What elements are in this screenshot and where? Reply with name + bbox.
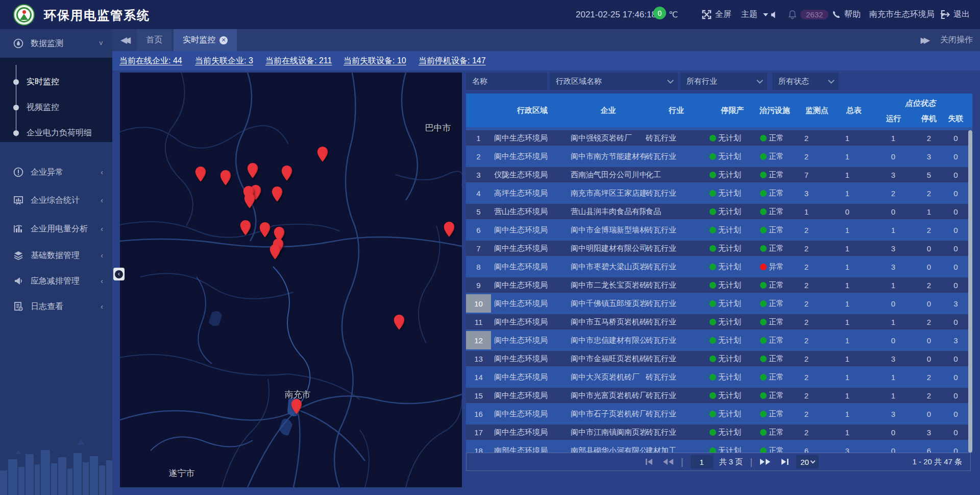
- cell-monitor: 2: [789, 222, 824, 238]
- bullet-icon: [13, 79, 19, 85]
- table-row[interactable]: 8阆中生态环境局阆中市枣碧大梁山页岩砖瓦行业无计划异常21300: [466, 259, 972, 274]
- map-pin-icon[interactable]: [259, 222, 271, 238]
- app-header: 环保用电监管系统 2021-02-25 17:46:18 0 ℃ 全屏 主题 2…: [0, 0, 980, 29]
- map-pin-icon[interactable]: [269, 244, 281, 260]
- col-lost: 失联: [942, 112, 970, 125]
- table-row[interactable]: 12阆中生态环境局阆中市忠信建材有限公砖瓦行业无计划正常21003: [466, 333, 972, 348]
- map-pin-icon[interactable]: [239, 220, 252, 236]
- close-operations-button[interactable]: 关闭操作: [940, 35, 973, 45]
- table-row[interactable]: 7阆中生态环境局阆中明阳建材有限公司砖瓦行业无计划正常21300: [466, 241, 972, 256]
- table-row[interactable]: 17阆中生态环境局阆中市江南镇阆南页岩砖瓦行业无计划正常21030: [466, 425, 972, 440]
- cell-total-meter: 1: [824, 425, 870, 440]
- cell-stop-production: 无计划: [709, 443, 758, 453]
- cell-run: 0: [870, 204, 916, 219]
- page-number-input[interactable]: 1: [691, 455, 713, 468]
- sidebar-item-6[interactable]: 应急减排管理‹: [0, 271, 112, 291]
- table-row[interactable]: 13阆中生态环境局阆中市金福旺页岩机砖砖瓦行业无计划正常21300: [466, 351, 972, 366]
- next-page-button[interactable]: [760, 458, 771, 465]
- table-row[interactable]: 18南部生态环境局南部县砌华小河有限公建材加工无计划正常63060: [466, 443, 972, 453]
- row-number: 2: [466, 149, 491, 164]
- sidebar-item-4[interactable]: 企业用电量分析‹: [0, 219, 112, 239]
- theme-dropdown[interactable]: 主题: [741, 0, 768, 29]
- table-row[interactable]: 10阆中生态环境局阆中千佛镇五郎垭页岩砖瓦行业无计划正常21003: [466, 296, 972, 311]
- table-row[interactable]: 11阆中生态环境局阆中市五马桥页岩机砖砖瓦行业无计划正常21120: [466, 314, 972, 329]
- sidebar-item-5[interactable]: 基础数据管理‹: [0, 245, 112, 266]
- map-pin-icon[interactable]: [243, 193, 256, 209]
- map-pin-icon[interactable]: [281, 165, 293, 181]
- table-row[interactable]: 15阆中生态环境局阆中市光富页岩机砖厂砖瓦行业无计划正常21120: [466, 388, 972, 403]
- cell-region: 阆中生态环境局: [494, 406, 571, 421]
- map-pin-icon[interactable]: [194, 166, 207, 182]
- tab-1[interactable]: 首页: [137, 29, 172, 51]
- tab-close-icon[interactable]: ✕: [219, 36, 228, 44]
- name-filter-input[interactable]: 名称: [466, 73, 547, 90]
- row-number: 8: [466, 259, 491, 274]
- status-dot-icon: [760, 374, 767, 381]
- table-row[interactable]: 5营山生态环境局营山县润丰肉食品有限食品无计划正常10010: [466, 204, 972, 219]
- logout-button[interactable]: 退出: [941, 0, 970, 29]
- map-panel[interactable]: 巴中市南充市遂宁市: [120, 73, 462, 487]
- sidebar-item-7[interactable]: 日志查看‹: [0, 296, 112, 317]
- table-row[interactable]: 1阆中生态环境局阆中强锐页岩砖厂砖瓦行业无计划正常21120: [466, 130, 972, 146]
- map-pin-icon[interactable]: [316, 146, 329, 162]
- table-row[interactable]: 4高坪生态环境局南充市高坪区王家店建砖瓦行业无计划正常31220: [466, 185, 972, 201]
- cell-company: 阆中市金博瑞新型墙材: [571, 222, 646, 238]
- region-filter-select[interactable]: 行政区域名称: [550, 73, 678, 90]
- sidebar-collapse-button[interactable]: ‹: [113, 268, 125, 280]
- cell-monitor: 2: [789, 149, 824, 164]
- cell-total-meter: 1: [824, 149, 870, 164]
- notifications[interactable]: 2632: [788, 0, 828, 29]
- sidebar-subitem-1[interactable]: 实时监控: [0, 74, 112, 89]
- status-dot-icon: [760, 227, 767, 233]
- map-pin-icon[interactable]: [219, 170, 232, 186]
- logout-icon: [941, 10, 950, 19]
- cell-company: 阆中强锐页岩砖厂: [571, 130, 646, 146]
- prev-page-button[interactable]: [663, 458, 674, 465]
- tab-2[interactable]: 实时监控✕: [174, 29, 237, 51]
- cell-region: 阆中生态环境局: [494, 369, 571, 385]
- last-page-button[interactable]: [781, 458, 789, 465]
- chevron-down-icon: [828, 77, 835, 84]
- map-pin-icon[interactable]: [247, 162, 259, 179]
- page-size-select[interactable]: 20: [796, 455, 819, 468]
- status-filter-select[interactable]: 所有状态: [772, 73, 839, 90]
- cell-total-meter: 1: [824, 314, 870, 329]
- board-icon: [13, 195, 23, 205]
- map-pin-icon[interactable]: [443, 221, 455, 238]
- first-page-button[interactable]: [645, 458, 653, 465]
- cell-stop-production: 无计划: [709, 333, 758, 348]
- cell-industry: 砖瓦行业: [646, 388, 707, 403]
- fullscreen-button[interactable]: 全屏: [702, 0, 731, 29]
- cell-stop-production: 无计划: [709, 314, 758, 329]
- tabs-scroll-left-icon[interactable]: ◀◀: [120, 35, 128, 45]
- table-row[interactable]: 9阆中生态环境局阆中市二龙长宝页岩砖砖瓦行业无计划正常21120: [466, 277, 972, 293]
- table-row[interactable]: 2阆中生态环境局阆中市南方节能建材有砖瓦行业无计划正常21030: [466, 149, 972, 164]
- sidebar-item-2[interactable]: 企业异常‹: [0, 162, 112, 182]
- help-button[interactable]: 帮助: [832, 0, 861, 29]
- cell-total-meter: 1: [824, 167, 870, 182]
- table-row[interactable]: 3仪陇生态环境局西南油气田分公司川中化工无计划正常71350: [466, 167, 972, 182]
- sidebar-subitem-2[interactable]: 视频监控: [0, 100, 112, 115]
- organization-dropdown[interactable]: 南充市生态环境局: [869, 0, 945, 29]
- map-pin-icon[interactable]: [271, 186, 283, 202]
- table-row[interactable]: 14阆中生态环境局阆中大兴页岩机砖厂砖瓦行业无计划正常21120: [466, 369, 972, 385]
- status-dot-icon: [760, 319, 767, 325]
- cell-company: 阆中市二龙长宝页岩砖: [571, 277, 646, 293]
- cell-industry: 砖瓦行业: [646, 314, 707, 329]
- sidebar-item-1[interactable]: 数据监测˅: [0, 33, 112, 54]
- sidebar-subitem-3[interactable]: 企业电力负荷明细: [0, 125, 112, 140]
- map-pin-icon[interactable]: [290, 398, 303, 415]
- tabs-scroll-right-icon[interactable]: ▶▶: [920, 35, 927, 45]
- table-scrollbar[interactable]: [968, 130, 972, 453]
- table-row[interactable]: 6阆中生态环境局阆中市金博瑞新型墙材砖瓦行业无计划正常21120: [466, 222, 972, 238]
- cell-total-meter: 0: [824, 204, 870, 219]
- cell-stop-production: 无计划: [709, 204, 758, 219]
- industry-filter-select[interactable]: 所有行业: [680, 73, 767, 90]
- map-pin-icon[interactable]: [393, 314, 405, 331]
- cell-industry: 砖瓦行业: [646, 222, 707, 238]
- table-row[interactable]: 16阆中生态环境局阆中市石子页岩机砖厂砖瓦行业无计划正常21300: [466, 406, 972, 421]
- mute-button[interactable]: [771, 0, 778, 29]
- sidebar-item-3[interactable]: 企业综合统计‹: [0, 190, 112, 210]
- row-number: 13: [466, 351, 491, 366]
- cell-monitor: 2: [789, 259, 824, 274]
